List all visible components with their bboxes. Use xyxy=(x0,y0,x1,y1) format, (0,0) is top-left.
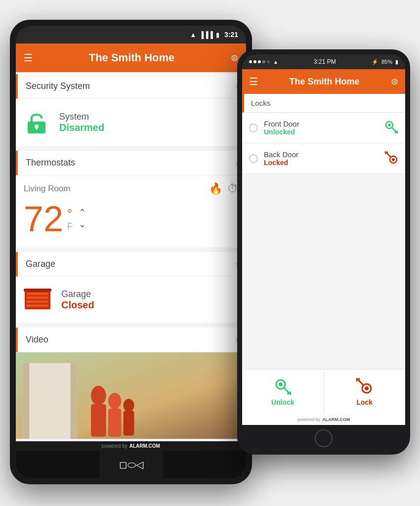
android-powered-by: powered by ALARM.COM xyxy=(16,441,246,451)
ios-menu-icon[interactable]: ☰ xyxy=(249,76,258,87)
front-door-left: Front Door Unlocked xyxy=(249,120,299,136)
home-button[interactable] xyxy=(315,429,333,447)
garage-section-label: Garage xyxy=(26,259,55,269)
svg-rect-12 xyxy=(71,363,77,439)
security-info: System Disarmed xyxy=(59,112,104,133)
thermostat-section-content: Living Room 🔥 ⏱ 72 ° F ⌃ xyxy=(16,175,246,248)
iphone-bottom xyxy=(242,425,405,450)
ios-screen: ☰ The Smith Home ⊜ Locks Front Doo xyxy=(242,69,405,425)
ios-carrier-dots: ▲ xyxy=(249,59,278,65)
menu-icon[interactable]: ☰ xyxy=(24,52,33,64)
app-header: ☰ The Smith Home ⊜ xyxy=(16,43,246,72)
ios-status-time: 3:21 PM xyxy=(314,58,336,65)
android-nav-bar: ◻ ⬭ ◁ xyxy=(99,451,163,478)
thermostat-section-header[interactable]: Thermostats › xyxy=(16,151,246,175)
back-nav-button[interactable]: ◻ xyxy=(119,459,127,470)
video-section-header[interactable]: Video › xyxy=(16,328,246,352)
garage-device-label: Garage xyxy=(61,289,94,299)
svg-rect-16 xyxy=(108,409,121,437)
wifi-icon: ▲ xyxy=(190,31,196,39)
ios-battery-percent: 85% xyxy=(381,59,392,65)
clock-menu-icon[interactable]: ⊜ xyxy=(231,52,238,63)
back-door-status: Locked xyxy=(264,159,298,167)
temp-value: 72 xyxy=(24,201,63,237)
svg-point-17 xyxy=(124,399,134,412)
ios-battery-icon: ▮ xyxy=(395,59,398,65)
system-label: System xyxy=(59,112,104,122)
dot-3 xyxy=(258,60,261,63)
ios-bluetooth-icon: ⚡ xyxy=(372,59,378,65)
svg-line-31 xyxy=(284,388,291,394)
svg-rect-7 xyxy=(27,304,48,307)
spacer xyxy=(242,174,405,369)
android-phone: ▲ ▐▐▐ ▮ 3:21 ☰ The Smith Home ⊜ Security… xyxy=(10,20,252,484)
unlock-button[interactable]: Unlock xyxy=(242,370,324,414)
svg-rect-6 xyxy=(27,300,48,303)
video-preview xyxy=(16,352,246,439)
svg-rect-8 xyxy=(24,289,51,292)
flame-icon[interactable]: 🔥 xyxy=(209,182,222,195)
ios-content: Locks Front Door Unlocked xyxy=(242,94,405,425)
ios-action-bar: Unlock Lock xyxy=(242,369,405,414)
ios-clock-icon[interactable]: ⊜ xyxy=(391,76,398,87)
ios-wifi-icon: ▲ xyxy=(273,59,278,65)
thermostat-temp-row: 72 ° F ⌃ ⌄ xyxy=(24,197,238,241)
thermo-icons: 🔥 ⏱ xyxy=(209,182,238,195)
front-door-name: Front Door xyxy=(264,120,299,128)
garage-door-icon xyxy=(24,287,51,313)
dot-4 xyxy=(262,60,265,63)
locks-label: Locks xyxy=(251,99,270,107)
ios-powered-by: powered by ALARM.COM xyxy=(242,414,405,425)
android-screen: ☰ The Smith Home ⊜ Security System › xyxy=(16,43,246,451)
signal-icon: ▐▐▐ xyxy=(199,31,213,39)
dot-2 xyxy=(253,60,256,63)
back-door-key-icon xyxy=(384,151,398,167)
svg-point-25 xyxy=(392,158,395,161)
android-status-bar: ▲ ▐▐▐ ▮ 3:21 xyxy=(16,26,246,43)
garage-row: Garage Closed xyxy=(24,284,238,316)
garage-section-content: Garage Closed xyxy=(16,277,246,324)
video-section-content xyxy=(16,352,246,439)
svg-rect-18 xyxy=(124,411,134,435)
back-door-info: Back Door Locked xyxy=(264,150,298,167)
temp-degree: ° xyxy=(67,206,72,221)
temp-up-button[interactable]: ⌃ xyxy=(79,208,86,218)
front-door-radio[interactable] xyxy=(249,124,258,132)
iphone: ▲ 3:21 PM ⚡ 85% ▮ ☰ The Smith Home ⊜ xyxy=(237,49,410,455)
ios-app-header: ☰ The Smith Home ⊜ xyxy=(242,69,405,94)
lock-button[interactable]: Lock xyxy=(324,370,406,414)
svg-point-30 xyxy=(279,382,283,386)
lock-open-icon xyxy=(24,109,49,136)
dot-1 xyxy=(249,60,252,63)
security-section-label: Security System xyxy=(26,81,90,91)
ios-app-title: The Smith Home xyxy=(289,77,359,87)
schedule-icon[interactable]: ⏱ xyxy=(227,182,238,195)
svg-rect-14 xyxy=(91,404,106,437)
back-door-radio[interactable] xyxy=(249,154,258,163)
back-door-item[interactable]: Back Door Locked xyxy=(242,143,405,174)
svg-point-35 xyxy=(365,386,369,390)
status-time: 3:21 xyxy=(224,31,238,39)
menu-nav-button[interactable]: ◁ xyxy=(136,459,143,470)
front-door-info: Front Door Unlocked xyxy=(264,120,299,136)
front-door-item[interactable]: Front Door Unlocked xyxy=(242,113,405,143)
lock-label: Lock xyxy=(356,398,373,406)
front-door-key-icon xyxy=(384,120,398,136)
garage-section-header[interactable]: Garage › xyxy=(16,252,246,277)
svg-rect-10 xyxy=(23,363,77,439)
app-title: The Smith Home xyxy=(89,51,175,64)
home-nav-button[interactable]: ⬭ xyxy=(127,459,136,470)
security-section-content: System Disarmed xyxy=(16,99,246,147)
front-door-status: Unlocked xyxy=(264,128,299,136)
svg-point-20 xyxy=(388,124,391,126)
security-section-header[interactable]: Security System › xyxy=(16,74,246,99)
temp-arrows: ⌃ ⌄ xyxy=(79,208,86,230)
temp-down-button[interactable]: ⌄ xyxy=(79,219,86,230)
security-row: System Disarmed xyxy=(24,106,238,139)
svg-rect-5 xyxy=(27,296,48,299)
locks-section-header: Locks xyxy=(242,94,405,113)
dot-5 xyxy=(267,60,270,63)
unlock-label: Unlock xyxy=(271,398,294,406)
battery-icon: ▮ xyxy=(216,31,219,39)
thermostat-top-row: Living Room 🔥 ⏱ xyxy=(24,182,238,195)
